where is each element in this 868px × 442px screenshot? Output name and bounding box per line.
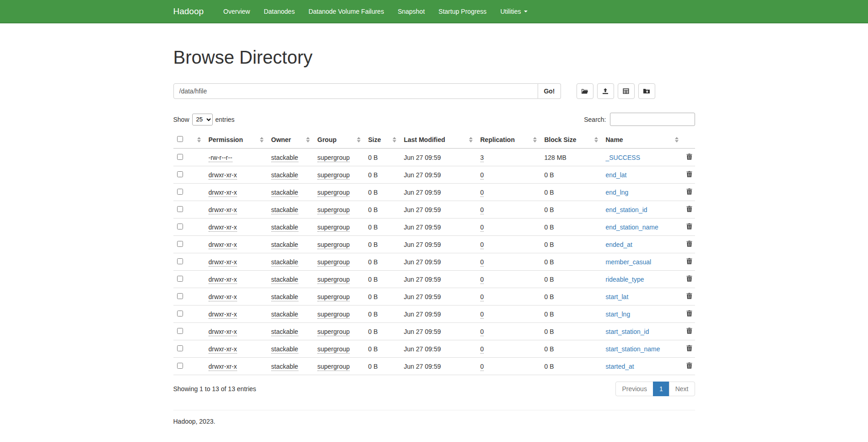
permission-value[interactable]: drwxr-xr-x <box>209 345 237 354</box>
pagination-next[interactable]: Next <box>669 382 695 396</box>
cut-paste-grid-button[interactable] <box>618 83 635 99</box>
row-checkbox[interactable] <box>177 363 183 369</box>
directory-path-input[interactable] <box>173 83 539 99</box>
header-replication[interactable]: Replication <box>477 131 541 148</box>
header-size[interactable]: Size <box>365 131 400 148</box>
row-checkbox[interactable] <box>177 189 183 195</box>
replication-value[interactable]: 0 <box>480 311 484 319</box>
header-name[interactable]: Name <box>602 131 683 148</box>
row-checkbox[interactable] <box>177 345 183 351</box>
header-permission[interactable]: Permission <box>205 131 268 148</box>
file-name-link[interactable]: start_lat <box>606 293 629 300</box>
owner-value[interactable]: stackable <box>271 311 298 319</box>
entries-per-page-select[interactable]: 25 <box>192 114 213 126</box>
file-name-link[interactable]: start_lng <box>606 311 631 318</box>
permission-value[interactable]: drwxr-xr-x <box>209 189 237 197</box>
delete-button[interactable] <box>686 258 692 266</box>
row-checkbox[interactable] <box>177 171 183 177</box>
header-block-size[interactable]: Block Size <box>541 131 602 148</box>
owner-value[interactable]: stackable <box>271 206 298 214</box>
delete-button[interactable] <box>686 188 692 196</box>
permission-value[interactable]: drwxr-xr-x <box>209 241 237 249</box>
nav-item-utilities[interactable]: Utilities <box>493 0 534 22</box>
nav-item-snapshot[interactable]: Snapshot <box>391 0 431 22</box>
owner-value[interactable]: stackable <box>271 258 298 267</box>
row-checkbox[interactable] <box>177 311 183 316</box>
group-value[interactable]: supergroup <box>318 189 350 197</box>
file-name-link[interactable]: end_station_name <box>606 224 658 231</box>
row-checkbox[interactable] <box>177 206 183 212</box>
group-value[interactable]: supergroup <box>318 293 350 301</box>
permission-value[interactable]: drwxr-xr-x <box>209 171 237 180</box>
delete-button[interactable] <box>686 293 692 300</box>
nav-item-datanode-volume-failures[interactable]: Datanode Volume Failures <box>302 0 391 22</box>
group-value[interactable]: supergroup <box>318 311 350 319</box>
file-name-link[interactable]: member_casual <box>606 258 652 266</box>
replication-value[interactable]: 0 <box>480 189 484 197</box>
permission-value[interactable]: drwxr-xr-x <box>209 363 237 371</box>
group-value[interactable]: supergroup <box>318 241 350 249</box>
owner-value[interactable]: stackable <box>271 224 298 232</box>
paste-into-folder-button[interactable] <box>638 83 655 99</box>
header-select-all[interactable] <box>173 131 205 148</box>
go-button[interactable]: Go! <box>538 83 561 99</box>
pagination-previous[interactable]: Previous <box>615 382 653 396</box>
group-value[interactable]: supergroup <box>318 363 350 371</box>
row-checkbox[interactable] <box>177 293 183 299</box>
group-value[interactable]: supergroup <box>318 345 350 354</box>
permission-value[interactable]: drwxr-xr-x <box>209 311 237 319</box>
replication-value[interactable]: 0 <box>480 206 484 214</box>
owner-value[interactable]: stackable <box>271 276 298 284</box>
permission-value[interactable]: drwxr-xr-x <box>209 293 237 301</box>
group-value[interactable]: supergroup <box>318 258 350 267</box>
row-checkbox[interactable] <box>177 258 183 264</box>
delete-button[interactable] <box>686 362 692 370</box>
row-checkbox[interactable] <box>177 241 183 247</box>
delete-button[interactable] <box>686 153 692 161</box>
replication-value[interactable]: 0 <box>480 276 484 284</box>
file-name-link[interactable]: _SUCCESS <box>606 154 640 161</box>
group-value[interactable]: supergroup <box>318 171 350 180</box>
permission-value[interactable]: drwxr-xr-x <box>209 328 237 336</box>
permission-value[interactable]: drwxr-xr-x <box>209 224 237 232</box>
group-value[interactable]: supergroup <box>318 154 350 162</box>
replication-value[interactable]: 0 <box>480 363 484 371</box>
delete-button[interactable] <box>686 310 692 318</box>
permission-value[interactable]: drwxr-xr-x <box>209 206 237 214</box>
row-checkbox[interactable] <box>177 224 183 229</box>
delete-button[interactable] <box>686 275 692 283</box>
nav-item-datanodes[interactable]: Datanodes <box>257 0 302 22</box>
replication-value[interactable]: 0 <box>480 241 484 249</box>
search-input[interactable] <box>610 113 695 126</box>
permission-value[interactable]: drwxr-xr-x <box>209 276 237 284</box>
header-owner[interactable]: Owner <box>268 131 314 148</box>
file-name-link[interactable]: rideable_type <box>606 276 644 283</box>
file-name-link[interactable]: start_station_name <box>606 345 660 353</box>
file-name-link[interactable]: started_at <box>606 363 634 370</box>
row-checkbox[interactable] <box>177 154 183 160</box>
group-value[interactable]: supergroup <box>318 328 350 336</box>
row-checkbox[interactable] <box>177 328 183 334</box>
file-name-link[interactable]: end_station_id <box>606 206 647 213</box>
delete-button[interactable] <box>686 345 692 353</box>
owner-value[interactable]: stackable <box>271 363 298 371</box>
replication-value[interactable]: 0 <box>480 345 484 354</box>
pagination-page-1[interactable]: 1 <box>653 382 669 396</box>
delete-button[interactable] <box>686 223 692 231</box>
replication-value[interactable]: 0 <box>480 328 484 336</box>
replication-value[interactable]: 3 <box>480 154 484 162</box>
delete-button[interactable] <box>686 206 692 213</box>
delete-button[interactable] <box>686 240 692 248</box>
file-name-link[interactable]: end_lat <box>606 171 627 179</box>
group-value[interactable]: supergroup <box>318 206 350 214</box>
create-directory-button[interactable] <box>577 83 593 99</box>
group-value[interactable]: supergroup <box>318 224 350 232</box>
group-value[interactable]: supergroup <box>318 276 350 284</box>
nav-item-startup-progress[interactable]: Startup Progress <box>431 0 493 22</box>
file-name-link[interactable]: end_lng <box>606 189 629 196</box>
file-name-link[interactable]: ended_at <box>606 241 632 248</box>
replication-value[interactable]: 0 <box>480 258 484 267</box>
replication-value[interactable]: 0 <box>480 293 484 301</box>
header-group[interactable]: Group <box>314 131 365 148</box>
owner-value[interactable]: stackable <box>271 241 298 249</box>
